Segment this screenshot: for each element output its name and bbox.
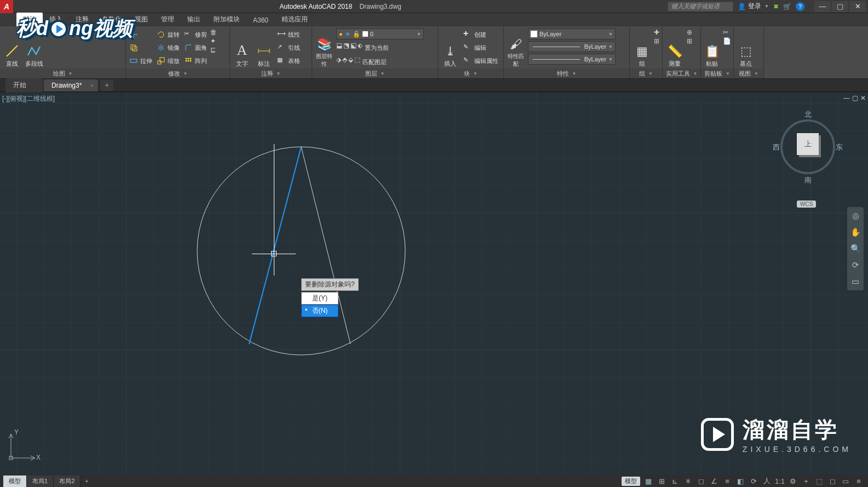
scale-button[interactable]: 缩放	[156, 55, 181, 67]
erase-icon[interactable]: 🗑	[210, 28, 217, 36]
customize-icon[interactable]: ≡	[854, 477, 864, 485]
util-tool-icon[interactable]: ⊞	[687, 37, 692, 45]
util-tool-icon[interactable]: ⊕	[687, 28, 692, 36]
tab-drawing3[interactable]: Drawing3*×	[44, 79, 98, 91]
tab-manage[interactable]: 管理	[154, 13, 181, 26]
viewcube[interactable]: 上 北 南 东 西 WCS	[775, 108, 841, 196]
viewcube-east[interactable]: 东	[836, 142, 843, 152]
viewcube-top-face[interactable]: 上	[797, 133, 819, 155]
viewcube-north[interactable]: 北	[804, 110, 812, 119]
set-current-button[interactable]: 置为当前	[364, 42, 390, 54]
tab-layout1[interactable]: 布局1	[27, 475, 54, 487]
table-button[interactable]: ▦表格	[276, 55, 301, 67]
search-input[interactable]: 键入关键字或短语	[668, 2, 733, 12]
tab-start[interactable]: 开始	[5, 78, 43, 92]
match-layer-button[interactable]: 匹配图层	[361, 56, 388, 68]
selected-line-entity[interactable]	[249, 147, 301, 344]
layer-tool-icon[interactable]: ⬖	[358, 42, 363, 54]
layer-tool-icon[interactable]: ⬗	[336, 56, 341, 68]
offset-icon[interactable]: ⊑	[210, 46, 217, 54]
layer-tool-icon[interactable]: ⬕	[350, 42, 357, 54]
viewport-restore-icon[interactable]: ▢	[852, 94, 858, 102]
fillet-button[interactable]: 圆角	[183, 42, 208, 54]
layer-tool-icon[interactable]: ⬚	[354, 56, 360, 68]
ucs-icon[interactable]: Y X	[5, 431, 38, 463]
hardware-accel-icon[interactable]: ⬚	[814, 477, 824, 485]
add-layout-button[interactable]: +	[81, 476, 93, 486]
copy-button[interactable]	[128, 42, 153, 54]
tab-model-space[interactable]: 模型	[3, 475, 27, 487]
array-button[interactable]: 阵列	[183, 55, 208, 67]
cycling-toggle-icon[interactable]: ⟳	[749, 477, 758, 485]
layer-tool-icon[interactable]: ⬓	[336, 42, 342, 54]
group-tool-icon[interactable]: ✚	[654, 28, 659, 36]
lineweight-toggle-icon[interactable]: ≡	[722, 477, 732, 485]
new-tab-button[interactable]: +	[100, 80, 113, 91]
measure-button[interactable]: 📏 测量	[665, 28, 685, 68]
help-icon[interactable]: ?	[796, 2, 804, 11]
text-button[interactable]: A 文字	[232, 28, 252, 68]
ortho-toggle-icon[interactable]: ⊾	[670, 477, 680, 485]
isolate-objects-icon[interactable]: ◻	[827, 477, 837, 485]
cart-icon[interactable]: 🛒	[783, 3, 791, 10]
base-button[interactable]: ⬚ 基点	[736, 28, 756, 68]
stretch-button[interactable]: 拉伸	[128, 55, 153, 67]
viewport-label[interactable]: [-][俯视][二维线框]	[2, 94, 55, 104]
explode-icon[interactable]: ✦	[210, 37, 217, 45]
group-button[interactable]: ▦ 组	[632, 28, 652, 68]
mirror-button[interactable]: 镜像	[156, 42, 181, 54]
tab-a360[interactable]: A360	[246, 14, 275, 26]
viewcube-south[interactable]: 南	[804, 175, 812, 185]
linear-button[interactable]: ⟷线性	[276, 28, 301, 41]
trim-button[interactable]: ✂修剪	[183, 28, 208, 41]
login-button[interactable]: 👤 登录 ▼	[738, 2, 769, 11]
close-button[interactable]: ✕	[849, 1, 866, 12]
tab-featured[interactable]: 精选应用	[275, 13, 314, 26]
color-dropdown[interactable]: ByLayer▼	[528, 28, 616, 39]
orbit-icon[interactable]: ⟳	[850, 260, 861, 271]
create-block-button[interactable]: ✚创建	[462, 28, 499, 41]
insert-block-button[interactable]: ⤓ 插入	[440, 28, 460, 68]
tab-addins[interactable]: 附加模块	[207, 13, 246, 26]
pan-icon[interactable]: ✋	[850, 227, 861, 238]
zoom-extents-icon[interactable]: 🔍	[850, 243, 861, 254]
wcs-badge[interactable]: WCS	[797, 200, 816, 208]
layer-tool-icon[interactable]: ⬙	[348, 56, 353, 68]
tab-layout2[interactable]: 布局2	[54, 475, 81, 487]
showmotion-icon[interactable]: ▭	[850, 276, 861, 287]
layer-tool-icon[interactable]: ⬔	[343, 42, 349, 54]
linetype-dropdown[interactable]: ByLayer▼	[528, 54, 616, 65]
copy-clip-icon[interactable]: 📄	[723, 37, 731, 45]
viewcube-west[interactable]: 西	[773, 142, 780, 152]
circle-entity[interactable]	[197, 147, 405, 355]
transparency-toggle-icon[interactable]: ◧	[735, 477, 745, 485]
viewport-minimize-icon[interactable]: —	[843, 94, 850, 102]
match-properties-button[interactable]: 🖌 特性匹配	[506, 28, 526, 68]
annotation-monitor-icon[interactable]: +	[801, 477, 811, 485]
rotate-button[interactable]: 旋转	[156, 28, 181, 41]
snap-toggle-icon[interactable]: ⊞	[657, 477, 666, 485]
cut-icon[interactable]: ✂	[723, 28, 731, 36]
app-logo-icon[interactable]: A	[0, 0, 13, 13]
annotation-scale-icon[interactable]: 人	[762, 476, 772, 486]
status-model-badge[interactable]: 模型	[622, 477, 640, 486]
prompt-option-yes[interactable]: 是(Y)	[301, 292, 338, 305]
osnap-toggle-icon[interactable]: ◻	[696, 477, 706, 485]
tab-output[interactable]: 输出	[181, 13, 207, 26]
scale-ratio[interactable]: 1:1	[775, 477, 785, 485]
minimize-button[interactable]: —	[814, 1, 831, 12]
polar-toggle-icon[interactable]: ✳	[683, 477, 693, 485]
workspace-icon[interactable]: ⚙	[788, 477, 798, 485]
drawing-canvas[interactable]: [-][俯视][二维线框] — ▢ ✕ 上 北 南 东 西 WCS ◎ ✋ 🔍 …	[0, 92, 868, 475]
layer-dropdown[interactable]: ● ☀ 🔓 0 ▼	[336, 28, 424, 39]
dimension-button[interactable]: 标注	[254, 28, 274, 68]
layer-tool-icon[interactable]: ⬘	[342, 56, 347, 68]
maximize-button[interactable]: ▢	[832, 1, 848, 12]
group-tool-icon[interactable]: ⊞	[654, 37, 659, 45]
close-tab-icon[interactable]: ×	[90, 82, 94, 89]
grid-toggle-icon[interactable]: ▦	[643, 477, 653, 485]
leader-button[interactable]: ↗引线	[276, 42, 301, 54]
edit-block-button[interactable]: ✎编辑	[462, 42, 499, 54]
viewport-close-icon[interactable]: ✕	[860, 94, 866, 102]
paste-button[interactable]: 📋 粘贴	[703, 28, 721, 68]
